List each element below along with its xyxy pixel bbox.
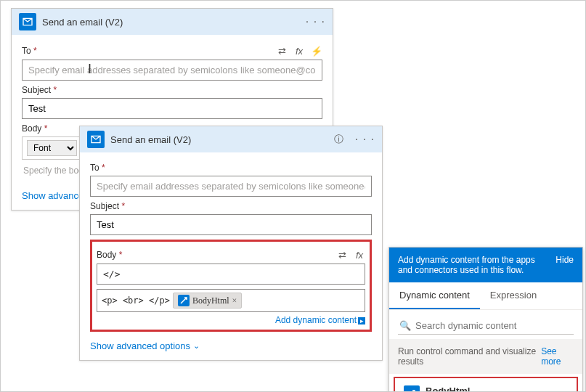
item-title: BodyHtml (426, 385, 566, 392)
send-email-card-front: Send an email (V2) ⓘ · · · To * Subject … (79, 126, 383, 361)
section-header: Run control command and visualize result… (389, 339, 582, 374)
tab-expression[interactable]: Expression (480, 282, 547, 309)
card-header: Send an email (V2) · · · (12, 9, 333, 35)
remove-token-icon[interactable]: × (232, 295, 237, 306)
dynamic-tabs: Dynamic content Expression (389, 282, 582, 310)
token-label: BodyHtml (192, 295, 229, 306)
more-menu[interactable]: · · · (355, 133, 375, 146)
outlook-icon (87, 131, 105, 148)
card-title: Send an email (V2) (42, 17, 300, 28)
connector-icon (404, 385, 420, 392)
to-label: To * (22, 46, 37, 56)
to-label: To * (90, 163, 105, 173)
card-title: Send an email (V2) (110, 134, 328, 145)
body-code-input[interactable]: </> (97, 264, 365, 285)
switch-mode-icon[interactable]: ⇄ (336, 249, 348, 261)
switch-mode-icon[interactable]: ⇄ (276, 45, 288, 57)
to-input[interactable] (22, 60, 322, 81)
subject-label: Subject * (90, 201, 125, 211)
body-highlighted-frame: Body * ⇄ fx </> <p> <br> </p> BodyHtml ×… (90, 240, 372, 332)
card-header: Send an email (V2) ⓘ · · · (80, 126, 382, 152)
to-input[interactable] (90, 176, 372, 197)
see-more-link[interactable]: See more (541, 346, 574, 367)
dynamic-panel-header: Add dynamic content from the apps and co… (389, 248, 582, 282)
bodyhtml-token[interactable]: BodyHtml × (173, 293, 242, 309)
outlook-icon (19, 13, 36, 30)
subject-input[interactable] (90, 214, 372, 235)
subject-label: Subject * (22, 85, 57, 95)
card-body: To * Subject * Body * ⇄ fx </> <p> <br> … (80, 152, 382, 360)
add-dynamic-content-link[interactable]: Add dynamic content▸ (97, 315, 365, 325)
search-icon: 🔍 (399, 320, 411, 331)
info-icon[interactable]: ⓘ (334, 133, 343, 146)
more-menu[interactable]: · · · (306, 15, 325, 28)
fx-icon[interactable]: fx (293, 45, 305, 57)
body-label: Body * (97, 250, 122, 260)
chevron-down-icon: ⌄ (193, 341, 200, 351)
search-box: 🔍 (398, 317, 574, 335)
dynamic-content-panel: Add dynamic content from the apps and co… (388, 247, 583, 392)
section-title: Run control command and visualize result… (398, 346, 541, 367)
body-label: Body * (22, 123, 47, 134)
connector-icon (178, 295, 190, 306)
lightning-icon[interactable]: ⚡ (311, 45, 322, 57)
fx-icon[interactable]: fx (354, 249, 365, 261)
show-advanced-link[interactable]: Show advanced options ⌄ (90, 340, 372, 351)
subject-input[interactable] (22, 98, 322, 119)
caret-icon: ▸ (358, 317, 365, 324)
dynamic-panel-title: Add dynamic content from the apps and co… (398, 255, 550, 275)
search-input[interactable] (415, 320, 572, 331)
dynamic-item-bodyhtml[interactable]: BodyHtml The body of the result in html … (394, 377, 578, 392)
hide-link[interactable]: Hide (556, 255, 574, 275)
tab-dynamic-content[interactable]: Dynamic content (389, 282, 480, 309)
font-select[interactable]: Font (27, 140, 77, 156)
body-token-row[interactable]: <p> <br> </p> BodyHtml × (97, 289, 365, 312)
body-html-prefix: <p> <br> </p> (102, 295, 170, 306)
